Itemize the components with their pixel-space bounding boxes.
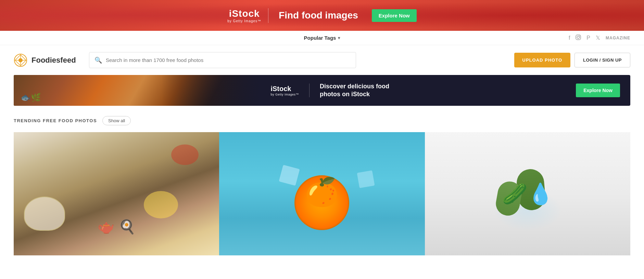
istock-sub-text: by Getty Images™: [227, 19, 261, 23]
pinterest-icon[interactable]: P: [586, 35, 590, 41]
popular-tags-dropdown[interactable]: Popular Tags ▾: [304, 35, 340, 41]
instagram-icon[interactable]: [576, 35, 581, 41]
ad-image: 🐟🌿: [14, 75, 260, 106]
trending-title: TRENDING FREE FOOD PHOTOS: [14, 118, 97, 123]
upload-photo-button[interactable]: UPLOAD PHOTO: [514, 53, 571, 67]
popular-tags-label: Popular Tags: [304, 35, 336, 41]
top-banner: iStock by Getty Images™ Find food images…: [0, 0, 644, 31]
ad-istock-brand: iStock: [270, 85, 299, 93]
photo-card[interactable]: [425, 132, 630, 255]
svg-point-1: [577, 36, 580, 38]
ad-istock-sub: by Getty Images™: [270, 93, 299, 96]
ad-istock-logo: iStock by Getty Images™: [270, 85, 299, 96]
logo-icon: [14, 53, 27, 67]
photo-card[interactable]: [14, 132, 219, 255]
magazine-link[interactable]: MAGAZINE: [606, 36, 630, 40]
trending-section: TRENDING FREE FOOD PHOTOS Show all: [0, 106, 644, 255]
trending-header: TRENDING FREE FOOD PHOTOS Show all: [14, 116, 630, 125]
twitter-icon[interactable]: 𝕏: [596, 35, 600, 41]
login-signup-button[interactable]: LOGIN / SIGN UP: [574, 53, 630, 67]
banner-tagline: Find food images: [279, 10, 358, 21]
istock-logo: iStock by Getty Images™: [227, 8, 268, 23]
chevron-down-icon: ▾: [338, 36, 340, 40]
search-wrap: 🔍: [89, 52, 356, 68]
istock-brand-text: iStock: [229, 8, 260, 19]
site-name: Foodiesfeed: [31, 56, 76, 65]
ad-explore-button[interactable]: Explore Now: [576, 84, 620, 97]
facebook-icon[interactable]: f: [569, 35, 570, 41]
ad-divider: [309, 84, 310, 97]
search-icon: 🔍: [94, 56, 102, 64]
logo-area: Foodiesfeed: [14, 53, 82, 67]
ad-banner[interactable]: 🐟🌿 iStock by Getty Images™ Discover deli…: [14, 75, 630, 106]
svg-rect-0: [576, 35, 581, 40]
photo-grid: [14, 132, 630, 255]
search-bar-row: Foodiesfeed 🔍 UPLOAD PHOTO LOGIN / SIGN …: [0, 45, 644, 75]
search-input[interactable]: [89, 52, 356, 68]
svg-point-2: [579, 36, 580, 36]
show-all-button[interactable]: Show all: [102, 116, 131, 125]
nav-bar: Popular Tags ▾ f P 𝕏 MAGAZINE: [0, 31, 644, 45]
ad-text: Discover delicious foodphotos on iStock: [320, 83, 389, 99]
ad-content: iStock by Getty Images™ Discover delicio…: [260, 83, 630, 99]
action-buttons: UPLOAD PHOTO LOGIN / SIGN UP: [514, 53, 630, 67]
social-icons-row: f P 𝕏 MAGAZINE: [569, 35, 630, 41]
photo-card[interactable]: [219, 132, 425, 255]
banner-explore-button[interactable]: Explore Now: [372, 9, 417, 22]
